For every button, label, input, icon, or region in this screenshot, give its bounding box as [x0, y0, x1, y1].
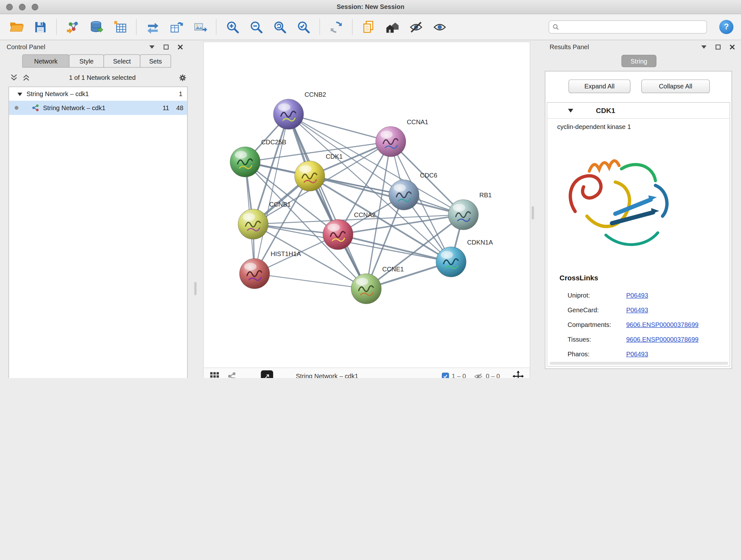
gene-section-header[interactable]: CDK1	[547, 103, 730, 118]
protein-structure-image	[561, 140, 684, 259]
crosslink-label: GeneCard:	[568, 307, 626, 314]
panel-close-button[interactable]	[175, 43, 185, 51]
save-floppy-icon	[33, 20, 47, 34]
node-CCNA1[interactable]: CCNA1	[376, 118, 428, 157]
tab-style[interactable]: Style	[69, 54, 104, 67]
grid-icon	[209, 371, 220, 378]
collapse-all-button[interactable]: Collapse All	[642, 79, 710, 93]
import-table-from-file-button[interactable]	[111, 17, 130, 37]
pan-mode-button[interactable]	[512, 370, 524, 378]
crosslinks-list: Uniprot:P06493GeneCard:P06493Compartment…	[547, 288, 730, 361]
node-CCNB2[interactable]: CCNB2	[273, 91, 326, 129]
crosslink-label: Pharos:	[568, 351, 626, 358]
refresh-view-button[interactable]	[327, 17, 345, 37]
node-CDK1[interactable]: CDK1	[294, 153, 343, 191]
close-icon	[178, 44, 183, 50]
share-network-icon	[227, 372, 236, 378]
gene-section: CDK1 cyclin-dependent kinase 1 CrossLink…	[547, 102, 730, 367]
crosslink-label: Tissues:	[568, 336, 626, 343]
network-exchange-button[interactable]	[143, 17, 162, 37]
grid-view-button[interactable]	[209, 371, 220, 378]
crosslink-value-link[interactable]: 9606.ENSP00000378699	[626, 321, 698, 328]
left-splitter-handle[interactable]	[194, 282, 197, 295]
copy-documents-icon	[361, 20, 376, 34]
crosslink-value-link[interactable]: P06493	[626, 351, 648, 358]
node-CDKN1A[interactable]: CDKN1A	[436, 239, 493, 277]
string-network-icon	[31, 104, 39, 112]
network-node-count: 11	[155, 105, 169, 111]
crosshair-move-icon	[512, 370, 524, 378]
hidden-indicator[interactable]	[474, 372, 483, 378]
tab-network[interactable]: Network	[22, 54, 70, 67]
export-table-button[interactable]	[167, 17, 186, 37]
node-label: CDC25B	[261, 138, 286, 145]
open-session-button[interactable]	[7, 17, 26, 37]
crosslink-row: Pharos:P06493	[547, 347, 730, 361]
import-network-from-file-button[interactable]	[63, 17, 82, 37]
edge-CDK1-RB1[interactable]	[310, 176, 463, 214]
right-splitter-handle[interactable]	[532, 206, 534, 219]
open-in-new-window-button[interactable]	[261, 370, 273, 378]
copy-document-button[interactable]	[359, 17, 378, 37]
birdseye-view-button[interactable]	[227, 372, 236, 378]
collection-count: 1	[179, 90, 182, 98]
node-label: CDC6	[420, 172, 437, 179]
zoom-out-icon	[249, 19, 264, 34]
node-CDC6[interactable]: CDC6	[389, 172, 437, 210]
network-collection-list: String Network – cdk1 1 String Network –…	[9, 86, 188, 378]
zoom-selected-button[interactable]	[294, 17, 313, 37]
selected-checkbox[interactable]	[442, 373, 449, 378]
edge-CCNB2-CCNE1[interactable]	[288, 114, 366, 289]
crosslink-row: GeneCard:P06493	[547, 303, 730, 317]
zoom-fit-button[interactable]	[270, 17, 289, 37]
check-icon	[443, 374, 448, 378]
zoom-out-button[interactable]	[247, 17, 266, 37]
export-image-button[interactable]	[191, 17, 209, 37]
tab-select[interactable]: Select	[104, 54, 140, 67]
crosslink-value-link[interactable]: P06493	[626, 292, 648, 299]
disclosure-triangle-icon	[568, 108, 573, 112]
double-chevron-up-icon	[23, 74, 29, 81]
network-view[interactable]: CCNB2CCNA1CDC25BCDK1CDC6RB1CCNB1CCNA2CDK…	[203, 42, 530, 378]
tab-string[interactable]: String	[621, 55, 657, 67]
show-elements-button[interactable]	[430, 17, 449, 37]
search-input[interactable]	[562, 23, 706, 31]
node-label: CCNA1	[407, 118, 428, 125]
import-network-from-database-button[interactable]	[87, 17, 106, 37]
node-HIST1H1A[interactable]: HIST1H1A	[239, 250, 301, 289]
help-button[interactable]: ?	[719, 20, 733, 34]
results-scrollbar[interactable]	[549, 362, 728, 365]
zoom-in-button[interactable]	[223, 17, 242, 37]
network-options-button[interactable]	[177, 73, 188, 82]
collapse-all-networks-button[interactable]	[9, 73, 19, 82]
node-label: RB1	[479, 192, 492, 199]
expand-all-button[interactable]: Expand All	[568, 79, 630, 93]
node-label: CCNB2	[305, 91, 326, 98]
panel-float-button[interactable]	[160, 43, 171, 51]
tab-sets[interactable]: Sets	[140, 54, 171, 67]
save-session-button[interactable]	[30, 17, 50, 37]
close-icon	[730, 44, 735, 50]
panel-collapse-button[interactable]	[146, 43, 157, 51]
network-collection-row[interactable]: String Network – cdk1 1	[9, 87, 187, 101]
toolbar-separator	[136, 19, 136, 35]
node-RB1[interactable]: RB1	[448, 192, 492, 230]
crosslink-value-link[interactable]: P06493	[626, 307, 648, 314]
expand-all-networks-button[interactable]	[21, 73, 31, 82]
hide-elements-button[interactable]	[407, 17, 425, 37]
edge-CCNB2-HIST1H1A[interactable]	[255, 114, 288, 273]
network-row-selected[interactable]: String Network – cdk1 11 48	[9, 101, 187, 115]
panel-collapse-button[interactable]	[698, 43, 709, 51]
crosslink-value-link[interactable]: 9606.ENSP00000378699	[626, 336, 698, 343]
window-title: Session: New Session	[0, 3, 741, 10]
home-views-button[interactable]	[383, 17, 401, 37]
network-view-title: String Network – cdk1	[296, 373, 358, 378]
network-canvas[interactable]: CCNB2CCNA1CDC25BCDK1CDC6RB1CCNB1CCNA2CDK…	[204, 42, 530, 368]
panel-float-button[interactable]	[713, 43, 723, 51]
edge-CCNE1-HIST1H1A[interactable]	[255, 273, 366, 289]
node-label: CCNA2	[354, 211, 376, 219]
float-window-icon	[163, 44, 169, 50]
panel-close-button[interactable]	[727, 43, 738, 51]
title-bar: Session: New Session	[0, 0, 741, 14]
node-CCNB1[interactable]: CCNB1	[238, 201, 291, 239]
